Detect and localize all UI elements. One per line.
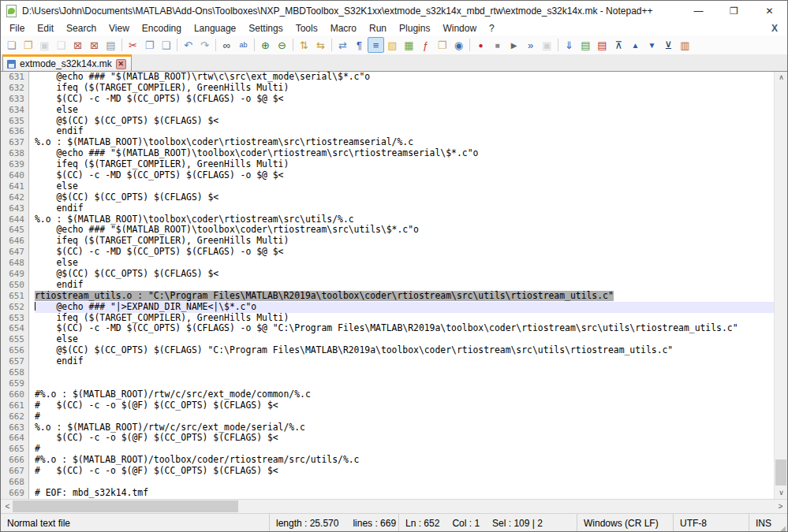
menu-item-search[interactable]: Search bbox=[60, 22, 103, 35]
document-map-icon[interactable]: ▧ bbox=[384, 37, 401, 53]
compare-clear-icon[interactable]: ▤ bbox=[594, 37, 611, 53]
menu-item-file[interactable]: File bbox=[3, 22, 31, 35]
code-line-text[interactable]: # $(CC) -c -o $(@F) $(CC_OPTS) $(CFLAGS)… bbox=[35, 400, 774, 411]
maximize-button[interactable]: ❐ bbox=[716, 1, 752, 21]
line-number[interactable]: 641 bbox=[1, 181, 29, 192]
menu-item-help[interactable]: ? bbox=[483, 22, 501, 35]
redo-icon[interactable]: ↷ bbox=[196, 37, 213, 53]
menu-item-settings[interactable]: Settings bbox=[242, 22, 289, 35]
code-line-text[interactable]: %.o : $(MATLAB_ROOT)\toolbox\coder\rtios… bbox=[35, 137, 774, 148]
scroll-down-icon[interactable]: ∨ bbox=[775, 487, 787, 499]
macro-play-icon[interactable]: ▶ bbox=[506, 37, 522, 53]
indent-guide-icon[interactable]: ≡ bbox=[368, 37, 384, 53]
code-line-text[interactable]: ifeq ($(TARGET_COMPILER), GreenHills Mul… bbox=[35, 159, 774, 170]
code-line-text[interactable]: @$(CC) $(CC_OPTS) $(CFLAGS) "C:\Program … bbox=[35, 345, 774, 356]
line-number[interactable]: 651 bbox=[1, 291, 29, 302]
code-line-text[interactable]: # bbox=[35, 444, 774, 455]
code-line-text[interactable]: @echo ### "$(MATLAB_ROOT)\rtw\c\src\ext_… bbox=[35, 72, 774, 83]
line-number[interactable]: 646 bbox=[1, 236, 29, 247]
folder-as-workspace-icon[interactable]: ❐ bbox=[434, 37, 450, 53]
code-line-text[interactable]: ifeq ($(TARGET_COMPILER), GreenHills Mul… bbox=[35, 313, 774, 324]
line-number[interactable]: 669 bbox=[1, 488, 29, 499]
code-line-text[interactable]: endif bbox=[35, 280, 774, 291]
code-line-text[interactable]: @echo ### "|>EXPAND_DIR_NAME<|\$*.c"o bbox=[35, 302, 774, 313]
menu-item-language[interactable]: Language bbox=[188, 22, 242, 35]
macro-record-icon[interactable]: ● bbox=[472, 37, 489, 53]
code-line-text[interactable]: #%.o : $(MATLAB_ROOT)/rtw/c/src/ext_mode… bbox=[35, 389, 774, 400]
macro-run-multiple-icon[interactable]: » bbox=[522, 37, 539, 53]
project-map-icon[interactable]: ▦ bbox=[401, 37, 417, 53]
line-number[interactable]: 643 bbox=[1, 203, 29, 214]
line-number[interactable]: 634 bbox=[1, 105, 29, 116]
status-insert-mode[interactable]: INS ◢ bbox=[749, 514, 787, 532]
line-number[interactable]: 653 bbox=[1, 313, 29, 324]
line-number[interactable]: 647 bbox=[1, 247, 29, 258]
line-number[interactable]: 658 bbox=[1, 367, 29, 378]
status-eol-format[interactable]: Windows (CR LF) bbox=[577, 514, 674, 532]
scroll-up-icon[interactable]: ∧ bbox=[775, 72, 787, 84]
line-number[interactable]: 640 bbox=[1, 170, 29, 181]
line-number[interactable]: 645 bbox=[1, 225, 29, 236]
code-line-text[interactable]: @echo ### "$(MATLAB_ROOT)\toolbox\coder\… bbox=[35, 225, 774, 236]
menu-item-view[interactable]: View bbox=[103, 22, 136, 35]
line-number[interactable]: 652 bbox=[1, 302, 29, 313]
line-number[interactable]: 657 bbox=[1, 356, 29, 367]
code-line-text[interactable]: @$(CC) $(CC_OPTS) $(CFLAGS) $< bbox=[35, 192, 774, 203]
function-list-icon[interactable]: ƒ bbox=[417, 37, 434, 53]
new-file-icon[interactable]: ❏ bbox=[3, 37, 20, 53]
macro-stop-icon[interactable]: ■ bbox=[489, 37, 506, 53]
find-icon[interactable]: ∞ bbox=[218, 37, 235, 53]
line-number[interactable]: 639 bbox=[1, 159, 29, 170]
zoom-out-icon[interactable]: ⊖ bbox=[274, 37, 290, 53]
code-line-text[interactable]: ifeq ($(TARGET_COMPILER), GreenHills Mul… bbox=[35, 83, 774, 94]
code-line-text[interactable]: rtiostream_utils.o : "C:\Program Files\M… bbox=[35, 291, 774, 302]
sync-vertical-icon[interactable]: ⇅ bbox=[296, 37, 312, 53]
line-number[interactable]: 637 bbox=[1, 137, 29, 148]
menu-item-encoding[interactable]: Encoding bbox=[136, 22, 188, 35]
menu-item-run[interactable]: Run bbox=[363, 22, 393, 35]
show-all-chars-icon[interactable]: ¶ bbox=[351, 37, 368, 53]
line-number[interactable]: 631 bbox=[1, 72, 29, 83]
compare-first-diff-icon[interactable]: ⊼ bbox=[611, 37, 627, 53]
code-line-text[interactable]: $(CC) -c -MD $(CC_OPTS) $(CFLAGS) -o $@ … bbox=[35, 170, 774, 181]
word-wrap-icon[interactable]: ⇄ bbox=[334, 37, 351, 53]
horizontal-scroll-thumb[interactable] bbox=[13, 500, 238, 512]
line-number[interactable]: 648 bbox=[1, 258, 29, 269]
code-line-text[interactable]: # EOF: mbd_s32k14.tmf bbox=[35, 488, 774, 499]
resize-grip-icon[interactable]: ◢ bbox=[779, 524, 786, 532]
line-number[interactable]: 660 bbox=[1, 389, 29, 400]
line-number[interactable]: 632 bbox=[1, 83, 29, 94]
paste-icon[interactable]: ❑ bbox=[158, 37, 174, 53]
code-line-text[interactable]: else bbox=[35, 258, 774, 269]
line-number[interactable]: 656 bbox=[1, 345, 29, 356]
status-encoding[interactable]: UTF-8 bbox=[674, 514, 749, 532]
code-line-text[interactable] bbox=[35, 367, 774, 378]
line-number[interactable]: 655 bbox=[1, 334, 29, 345]
copy-icon[interactable]: ❐ bbox=[141, 37, 158, 53]
monitoring-icon[interactable]: ◉ bbox=[450, 37, 467, 53]
compare-set-first-icon[interactable]: ⇓ bbox=[561, 37, 577, 53]
code-line-text[interactable]: else bbox=[35, 334, 774, 345]
line-number[interactable]: 635 bbox=[1, 116, 29, 127]
compare-next-diff-icon[interactable]: ▼ bbox=[644, 37, 660, 53]
vertical-scroll-thumb[interactable] bbox=[775, 459, 786, 485]
scroll-right-icon[interactable]: > bbox=[774, 500, 787, 513]
save-icon[interactable]: ▣ bbox=[36, 37, 53, 53]
code-line-text[interactable]: %.o : $(MATLAB_ROOT)\toolbox\coder\rtios… bbox=[35, 214, 774, 225]
close-button[interactable]: ✕ bbox=[752, 1, 787, 21]
line-number[interactable]: 650 bbox=[1, 280, 29, 291]
code-line-text[interactable]: # bbox=[35, 411, 774, 422]
line-number[interactable]: 668 bbox=[1, 477, 29, 488]
compare-last-diff-icon[interactable]: ⊻ bbox=[660, 37, 677, 53]
code-line-text[interactable]: @$(CC) $(CC_OPTS) $(CFLAGS) $< bbox=[35, 269, 774, 280]
sync-horizontal-icon[interactable]: ⇆ bbox=[312, 37, 329, 53]
close-all-icon[interactable]: ⊠ bbox=[86, 37, 103, 53]
save-all-icon[interactable]: ❑ bbox=[53, 37, 69, 53]
cut-icon[interactable]: ✂ bbox=[125, 37, 141, 53]
menu-item-plugins[interactable]: Plugins bbox=[393, 22, 436, 35]
code-line-text[interactable]: else bbox=[35, 181, 774, 192]
menu-item-macro[interactable]: Macro bbox=[324, 22, 363, 35]
line-number[interactable]: 663 bbox=[1, 422, 29, 433]
tab-close-icon[interactable]: ✕ bbox=[116, 59, 126, 69]
code-line-text[interactable]: $(CC) -c -MD $(CC_OPTS) $(CFLAGS) -o $@ … bbox=[35, 94, 774, 105]
